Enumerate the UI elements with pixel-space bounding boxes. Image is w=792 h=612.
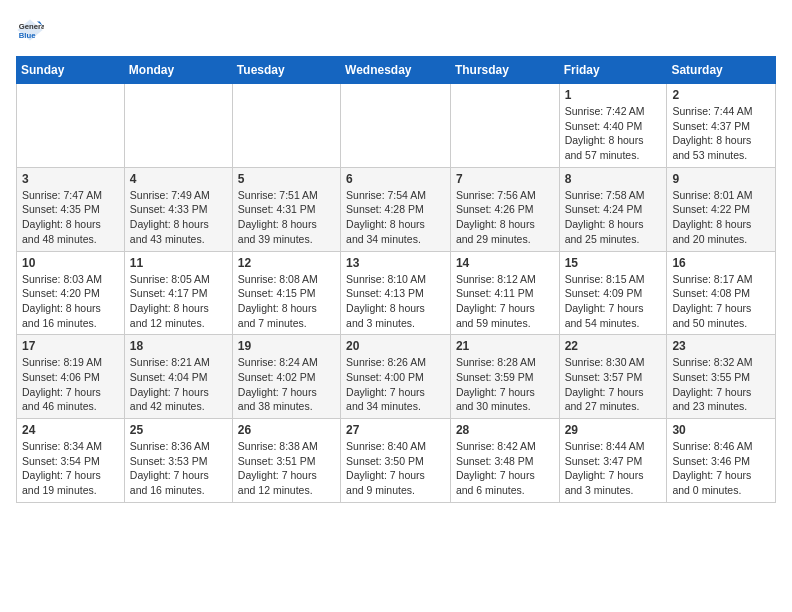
calendar-cell: 23Sunrise: 8:32 AM Sunset: 3:55 PM Dayli… bbox=[667, 335, 776, 419]
day-info: Sunrise: 8:26 AM Sunset: 4:00 PM Dayligh… bbox=[346, 355, 445, 414]
day-number: 19 bbox=[238, 339, 335, 353]
day-number: 1 bbox=[565, 88, 662, 102]
day-info: Sunrise: 8:01 AM Sunset: 4:22 PM Dayligh… bbox=[672, 188, 770, 247]
day-number: 21 bbox=[456, 339, 554, 353]
day-number: 25 bbox=[130, 423, 227, 437]
calendar-cell: 1Sunrise: 7:42 AM Sunset: 4:40 PM Daylig… bbox=[559, 84, 667, 168]
day-number: 10 bbox=[22, 256, 119, 270]
calendar-row: 17Sunrise: 8:19 AM Sunset: 4:06 PM Dayli… bbox=[17, 335, 776, 419]
day-number: 8 bbox=[565, 172, 662, 186]
calendar-header-row: SundayMondayTuesdayWednesdayThursdayFrid… bbox=[17, 57, 776, 84]
day-number: 3 bbox=[22, 172, 119, 186]
day-number: 5 bbox=[238, 172, 335, 186]
day-number: 4 bbox=[130, 172, 227, 186]
calendar-cell: 16Sunrise: 8:17 AM Sunset: 4:08 PM Dayli… bbox=[667, 251, 776, 335]
day-info: Sunrise: 8:10 AM Sunset: 4:13 PM Dayligh… bbox=[346, 272, 445, 331]
day-number: 16 bbox=[672, 256, 770, 270]
weekday-header: Thursday bbox=[450, 57, 559, 84]
calendar-cell bbox=[124, 84, 232, 168]
weekday-header: Tuesday bbox=[232, 57, 340, 84]
day-info: Sunrise: 8:46 AM Sunset: 3:46 PM Dayligh… bbox=[672, 439, 770, 498]
calendar-cell: 11Sunrise: 8:05 AM Sunset: 4:17 PM Dayli… bbox=[124, 251, 232, 335]
day-info: Sunrise: 7:58 AM Sunset: 4:24 PM Dayligh… bbox=[565, 188, 662, 247]
calendar-cell: 14Sunrise: 8:12 AM Sunset: 4:11 PM Dayli… bbox=[450, 251, 559, 335]
weekday-header: Sunday bbox=[17, 57, 125, 84]
day-number: 18 bbox=[130, 339, 227, 353]
calendar-cell: 8Sunrise: 7:58 AM Sunset: 4:24 PM Daylig… bbox=[559, 167, 667, 251]
day-number: 28 bbox=[456, 423, 554, 437]
svg-text:Blue: Blue bbox=[19, 31, 36, 40]
weekday-header: Monday bbox=[124, 57, 232, 84]
day-info: Sunrise: 7:44 AM Sunset: 4:37 PM Dayligh… bbox=[672, 104, 770, 163]
weekday-header: Friday bbox=[559, 57, 667, 84]
calendar-cell: 26Sunrise: 8:38 AM Sunset: 3:51 PM Dayli… bbox=[232, 419, 340, 503]
day-info: Sunrise: 8:21 AM Sunset: 4:04 PM Dayligh… bbox=[130, 355, 227, 414]
calendar-cell bbox=[341, 84, 451, 168]
calendar-row: 3Sunrise: 7:47 AM Sunset: 4:35 PM Daylig… bbox=[17, 167, 776, 251]
page-header: General Blue bbox=[16, 16, 776, 44]
day-info: Sunrise: 8:34 AM Sunset: 3:54 PM Dayligh… bbox=[22, 439, 119, 498]
calendar-cell: 27Sunrise: 8:40 AM Sunset: 3:50 PM Dayli… bbox=[341, 419, 451, 503]
day-info: Sunrise: 8:40 AM Sunset: 3:50 PM Dayligh… bbox=[346, 439, 445, 498]
day-info: Sunrise: 8:44 AM Sunset: 3:47 PM Dayligh… bbox=[565, 439, 662, 498]
day-info: Sunrise: 8:03 AM Sunset: 4:20 PM Dayligh… bbox=[22, 272, 119, 331]
day-info: Sunrise: 8:28 AM Sunset: 3:59 PM Dayligh… bbox=[456, 355, 554, 414]
logo-icon: General Blue bbox=[16, 16, 44, 44]
day-number: 13 bbox=[346, 256, 445, 270]
calendar-cell: 20Sunrise: 8:26 AM Sunset: 4:00 PM Dayli… bbox=[341, 335, 451, 419]
calendar-cell: 24Sunrise: 8:34 AM Sunset: 3:54 PM Dayli… bbox=[17, 419, 125, 503]
calendar-cell: 15Sunrise: 8:15 AM Sunset: 4:09 PM Dayli… bbox=[559, 251, 667, 335]
day-number: 7 bbox=[456, 172, 554, 186]
day-info: Sunrise: 8:36 AM Sunset: 3:53 PM Dayligh… bbox=[130, 439, 227, 498]
day-number: 24 bbox=[22, 423, 119, 437]
calendar-cell: 21Sunrise: 8:28 AM Sunset: 3:59 PM Dayli… bbox=[450, 335, 559, 419]
calendar-cell: 5Sunrise: 7:51 AM Sunset: 4:31 PM Daylig… bbox=[232, 167, 340, 251]
day-number: 20 bbox=[346, 339, 445, 353]
weekday-header: Wednesday bbox=[341, 57, 451, 84]
day-info: Sunrise: 8:32 AM Sunset: 3:55 PM Dayligh… bbox=[672, 355, 770, 414]
calendar-cell: 29Sunrise: 8:44 AM Sunset: 3:47 PM Dayli… bbox=[559, 419, 667, 503]
calendar-cell: 7Sunrise: 7:56 AM Sunset: 4:26 PM Daylig… bbox=[450, 167, 559, 251]
calendar-cell: 18Sunrise: 8:21 AM Sunset: 4:04 PM Dayli… bbox=[124, 335, 232, 419]
calendar-cell: 19Sunrise: 8:24 AM Sunset: 4:02 PM Dayli… bbox=[232, 335, 340, 419]
calendar-cell: 13Sunrise: 8:10 AM Sunset: 4:13 PM Dayli… bbox=[341, 251, 451, 335]
calendar-cell: 2Sunrise: 7:44 AM Sunset: 4:37 PM Daylig… bbox=[667, 84, 776, 168]
day-info: Sunrise: 8:17 AM Sunset: 4:08 PM Dayligh… bbox=[672, 272, 770, 331]
day-number: 12 bbox=[238, 256, 335, 270]
calendar-cell bbox=[450, 84, 559, 168]
day-number: 14 bbox=[456, 256, 554, 270]
day-info: Sunrise: 8:08 AM Sunset: 4:15 PM Dayligh… bbox=[238, 272, 335, 331]
day-info: Sunrise: 8:15 AM Sunset: 4:09 PM Dayligh… bbox=[565, 272, 662, 331]
calendar-cell: 30Sunrise: 8:46 AM Sunset: 3:46 PM Dayli… bbox=[667, 419, 776, 503]
calendar-cell: 12Sunrise: 8:08 AM Sunset: 4:15 PM Dayli… bbox=[232, 251, 340, 335]
day-info: Sunrise: 8:30 AM Sunset: 3:57 PM Dayligh… bbox=[565, 355, 662, 414]
calendar-row: 10Sunrise: 8:03 AM Sunset: 4:20 PM Dayli… bbox=[17, 251, 776, 335]
calendar-cell bbox=[232, 84, 340, 168]
calendar-cell: 22Sunrise: 8:30 AM Sunset: 3:57 PM Dayli… bbox=[559, 335, 667, 419]
day-number: 23 bbox=[672, 339, 770, 353]
calendar-row: 1Sunrise: 7:42 AM Sunset: 4:40 PM Daylig… bbox=[17, 84, 776, 168]
day-info: Sunrise: 7:42 AM Sunset: 4:40 PM Dayligh… bbox=[565, 104, 662, 163]
calendar-row: 24Sunrise: 8:34 AM Sunset: 3:54 PM Dayli… bbox=[17, 419, 776, 503]
day-info: Sunrise: 8:24 AM Sunset: 4:02 PM Dayligh… bbox=[238, 355, 335, 414]
day-info: Sunrise: 8:12 AM Sunset: 4:11 PM Dayligh… bbox=[456, 272, 554, 331]
day-number: 6 bbox=[346, 172, 445, 186]
calendar-cell: 3Sunrise: 7:47 AM Sunset: 4:35 PM Daylig… bbox=[17, 167, 125, 251]
day-info: Sunrise: 7:49 AM Sunset: 4:33 PM Dayligh… bbox=[130, 188, 227, 247]
calendar-cell: 17Sunrise: 8:19 AM Sunset: 4:06 PM Dayli… bbox=[17, 335, 125, 419]
day-info: Sunrise: 8:38 AM Sunset: 3:51 PM Dayligh… bbox=[238, 439, 335, 498]
calendar-cell bbox=[17, 84, 125, 168]
day-info: Sunrise: 7:47 AM Sunset: 4:35 PM Dayligh… bbox=[22, 188, 119, 247]
day-number: 15 bbox=[565, 256, 662, 270]
day-info: Sunrise: 7:54 AM Sunset: 4:28 PM Dayligh… bbox=[346, 188, 445, 247]
day-info: Sunrise: 8:05 AM Sunset: 4:17 PM Dayligh… bbox=[130, 272, 227, 331]
logo: General Blue bbox=[16, 16, 48, 44]
weekday-header: Saturday bbox=[667, 57, 776, 84]
day-info: Sunrise: 7:51 AM Sunset: 4:31 PM Dayligh… bbox=[238, 188, 335, 247]
day-number: 17 bbox=[22, 339, 119, 353]
calendar-cell: 28Sunrise: 8:42 AM Sunset: 3:48 PM Dayli… bbox=[450, 419, 559, 503]
day-info: Sunrise: 8:42 AM Sunset: 3:48 PM Dayligh… bbox=[456, 439, 554, 498]
calendar-cell: 6Sunrise: 7:54 AM Sunset: 4:28 PM Daylig… bbox=[341, 167, 451, 251]
day-number: 29 bbox=[565, 423, 662, 437]
calendar: SundayMondayTuesdayWednesdayThursdayFrid… bbox=[16, 56, 776, 503]
